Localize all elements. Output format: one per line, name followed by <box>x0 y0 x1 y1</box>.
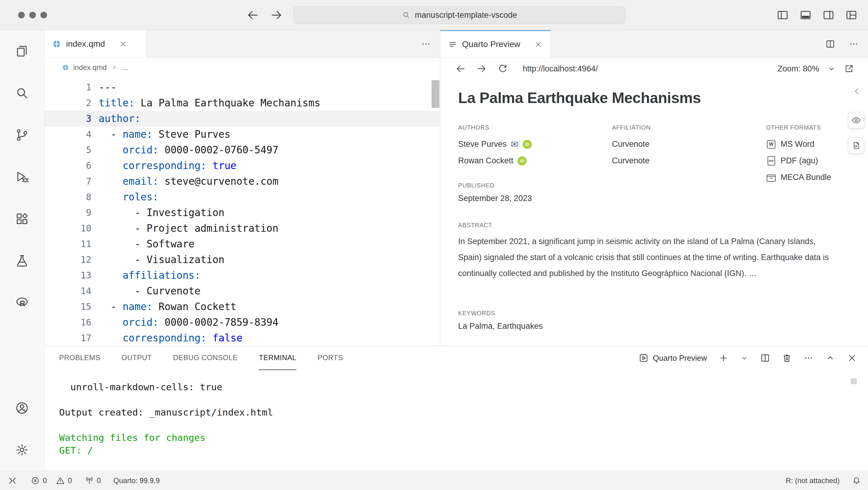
keywords-text: La Palma, Earthquakes <box>458 322 543 331</box>
tab-label: index.qmd <box>66 39 105 49</box>
published-block: PUBLISHED September 28, 2023 <box>458 182 532 203</box>
format-link[interactable]: MECA Bundle <box>766 169 856 186</box>
code-token: true <box>213 160 237 171</box>
more-actions-icon[interactable] <box>803 353 814 363</box>
line-number: 16 <box>44 315 91 330</box>
more-actions-icon[interactable] <box>421 39 431 49</box>
code-line: 1 --- <box>44 79 440 95</box>
panel-tab[interactable]: PROBLEMS <box>59 346 100 370</box>
terminal-line <box>59 419 847 431</box>
format-link[interactable]: PDF (agu) <box>766 153 856 169</box>
chevron-right-icon <box>111 64 118 71</box>
format-label: MS Word <box>780 139 814 149</box>
activity-source-control[interactable] <box>0 114 44 156</box>
status-bar-left: 0 0 0 Quarto: 99.9.9 <box>7 475 160 486</box>
terminal-instance[interactable]: Quarto Preview <box>639 353 707 363</box>
activity-search[interactable] <box>0 72 44 114</box>
panel-tab[interactable]: DEBUG CONSOLE <box>173 346 238 370</box>
command-center-search[interactable]: manuscript-template-vscode <box>293 6 626 24</box>
breadcrumb-file[interactable]: index.qmd <box>73 63 107 72</box>
terminal-line <box>59 393 847 406</box>
terminal-line: Output created: _manuscript/index.html <box>59 406 847 419</box>
tab-quarto-preview[interactable]: Quarto Preview <box>440 30 551 58</box>
terminal-output[interactable]: unroll-markdown-cells: trueOutput create… <box>59 381 847 457</box>
customize-layout-icon[interactable] <box>845 9 858 22</box>
code-token: - Project administration <box>99 222 278 234</box>
notebook-view-button[interactable] <box>848 137 864 154</box>
panel-tab[interactable]: OUTPUT <box>122 346 152 370</box>
svg-text:R: R <box>20 299 25 308</box>
quarto-version-status[interactable]: Quarto: 99.9.9 <box>114 477 159 485</box>
problems-status[interactable]: 0 0 <box>31 476 72 485</box>
kill-terminal-trash-icon[interactable] <box>782 353 792 363</box>
code-token: Steve Purves <box>153 128 230 140</box>
line-number: 8 <box>44 189 91 205</box>
back-icon[interactable] <box>246 8 259 22</box>
code-token: steve@curvenote.com <box>159 175 278 187</box>
code-token: false <box>213 332 243 344</box>
tab-index-qmd[interactable]: index.qmd <box>44 30 146 58</box>
ports-status[interactable]: 0 <box>85 476 101 485</box>
close-panel-icon[interactable] <box>847 353 857 363</box>
toggle-panel-icon[interactable] <box>799 9 812 22</box>
new-terminal-icon[interactable] <box>718 353 728 363</box>
close-icon <box>119 40 127 48</box>
forward-icon[interactable] <box>476 63 487 74</box>
chevron-down-icon[interactable] <box>827 64 836 73</box>
preview-url[interactable]: http://localhost:4964/ <box>523 64 598 73</box>
chevron-down-icon[interactable] <box>740 354 749 362</box>
toggle-secondary-sidebar-icon[interactable] <box>822 9 835 22</box>
email-icon[interactable] <box>511 139 519 150</box>
activity-accounts[interactable] <box>0 387 44 429</box>
panel-tab[interactable]: TERMINAL <box>259 346 297 370</box>
remote-indicator-icon[interactable] <box>7 475 18 486</box>
forward-icon[interactable] <box>270 8 283 22</box>
collapse-panel-chevron-left-icon[interactable] <box>852 86 862 96</box>
open-external-icon[interactable] <box>844 64 854 74</box>
maximize-panel-chevron-up-icon[interactable] <box>825 353 835 363</box>
activity-explorer[interactable] <box>0 30 44 72</box>
code-token: - Curvenote <box>99 285 200 297</box>
code-editor[interactable]: 1 --- 2 title: La Palma Earthquake Mecha… <box>44 77 440 346</box>
format-label: PDF (agu) <box>780 156 818 165</box>
format-link[interactable]: MS Word <box>766 136 856 153</box>
activity-settings[interactable] <box>0 429 44 471</box>
terminal-line: unroll-markdown-cells: true <box>59 381 847 393</box>
activity-testing[interactable] <box>0 239 44 282</box>
orcid-icon[interactable] <box>518 156 527 165</box>
close-window-button[interactable] <box>18 12 25 19</box>
zoom-level[interactable]: Zoom: 80% <box>777 64 819 73</box>
author-row: Steve Purves <box>458 136 612 153</box>
code-token <box>99 144 122 156</box>
orcid-icon[interactable] <box>523 140 532 149</box>
panel-tab[interactable]: PORTS <box>318 346 343 370</box>
minimize-window-button[interactable] <box>29 12 36 19</box>
code-line: 12 - Visualization <box>44 252 440 268</box>
notifications-bell-icon[interactable] <box>852 476 861 486</box>
line-content: affiliations: <box>91 268 200 283</box>
activity-run-debug[interactable] <box>0 156 44 198</box>
terminal-scrollbar-thumb[interactable] <box>851 378 857 384</box>
zoom-control: Zoom: 80% <box>777 64 854 74</box>
close-tab-button[interactable] <box>119 40 127 48</box>
split-terminal-icon[interactable] <box>760 353 770 363</box>
activity-r-language[interactable]: R <box>0 282 44 323</box>
editor-scrollbar-thumb[interactable] <box>432 80 439 108</box>
back-icon[interactable] <box>455 63 466 74</box>
to-reader-view-button[interactable] <box>848 112 864 128</box>
archive-icon <box>767 174 776 182</box>
close-tab-button[interactable] <box>534 40 542 48</box>
activity-extensions[interactable] <box>0 198 44 239</box>
line-number: 5 <box>44 142 91 158</box>
r-session-status[interactable]: R: (not attached) <box>786 477 840 485</box>
line-content: - Software <box>91 236 194 252</box>
split-editor-icon[interactable] <box>825 39 835 49</box>
maximize-window-button[interactable] <box>40 12 47 19</box>
toggle-sidebar-icon[interactable] <box>776 9 789 22</box>
code-line: 6 corresponding: true <box>44 158 440 173</box>
reload-icon[interactable] <box>497 63 508 74</box>
authors-column: AUTHORS Steve Purves Rowan Cockett <box>458 124 612 186</box>
keywords-label: KEYWORDS <box>458 310 543 317</box>
breadcrumb-more[interactable]: ... <box>122 63 128 72</box>
more-actions-icon[interactable] <box>849 39 859 49</box>
